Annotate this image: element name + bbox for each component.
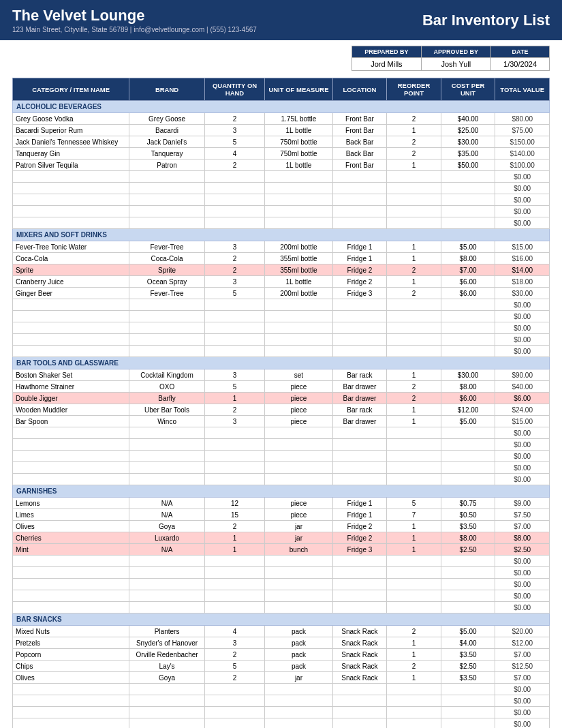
- table-row: Ginger BeerFever-Tree5200ml bottleFridge…: [13, 288, 550, 299]
- table-cell: [13, 556, 129, 567]
- table-cell: [13, 171, 129, 183]
- table-cell: Bar rack: [332, 369, 387, 381]
- category-label: ALCOHOLIC BEVERAGES: [13, 101, 550, 113]
- table-cell: $2.50: [495, 544, 550, 556]
- table-cell: [129, 183, 205, 194]
- table-cell: [204, 334, 264, 346]
- table-cell: $7.00: [495, 521, 550, 532]
- table-cell: [441, 217, 495, 229]
- table-cell: Sprite: [129, 264, 205, 276]
- table-cell: [129, 707, 205, 718]
- table-cell: 5: [204, 288, 264, 299]
- table-cell: 3: [204, 416, 264, 427]
- table-cell: [441, 590, 495, 602]
- table-cell: $0.00: [495, 346, 550, 357]
- table-cell: [332, 684, 387, 695]
- table-cell: Popcorn: [13, 649, 129, 661]
- table-cell: 1: [204, 393, 264, 404]
- table-row: $0.00: [13, 217, 550, 229]
- table-cell: [332, 451, 387, 462]
- table-cell: [265, 579, 332, 590]
- table-cell: [13, 579, 129, 590]
- table-cell: 1: [387, 276, 441, 288]
- table-cell: Snack Rack: [332, 626, 387, 637]
- table-cell: $100.00: [495, 160, 550, 171]
- table-cell: [441, 334, 495, 346]
- table-cell: Cranberry Juice: [13, 276, 129, 288]
- table-cell: 1.75L bottle: [265, 113, 332, 125]
- table-cell: [204, 206, 264, 217]
- table-cell: [387, 217, 441, 229]
- table-cell: $4.00: [441, 637, 495, 649]
- category-row: BAR SNACKS: [13, 613, 550, 626]
- table-cell: [332, 567, 387, 579]
- table-cell: [129, 556, 205, 567]
- table-cell: [332, 718, 387, 729]
- table-row: $0.00: [13, 462, 550, 474]
- table-cell: [13, 567, 129, 579]
- table-cell: [129, 171, 205, 183]
- table-cell: Grey Goose: [129, 113, 205, 125]
- table-cell: [387, 299, 441, 311]
- table-cell: [129, 695, 205, 707]
- table-row: LemonsN/A12pieceFridge 15$0.75$9.00: [13, 498, 550, 509]
- table-cell: [332, 334, 387, 346]
- table-cell: 4: [204, 626, 264, 637]
- table-cell: [265, 171, 332, 183]
- table-cell: Jack Daniel's: [129, 136, 205, 148]
- table-row: CherriesLuxardo1jarFridge 21$8.00$8.00: [13, 532, 550, 544]
- table-cell: Fridge 2: [332, 521, 387, 532]
- table-cell: [441, 311, 495, 322]
- table-row: PopcornOrville Redenbacher2packSnack Rac…: [13, 649, 550, 661]
- table-cell: [265, 334, 332, 346]
- table-row: Wooden MuddlerUber Bar Tools2pieceBar ra…: [13, 404, 550, 416]
- table-cell: 1: [387, 160, 441, 171]
- table-cell: $150.00: [495, 136, 550, 148]
- table-cell: 1: [387, 672, 441, 684]
- header-left: The Velvet Lounge 123 Main Street, Cityv…: [12, 7, 257, 33]
- table-cell: $0.00: [495, 602, 550, 613]
- table-cell: [441, 322, 495, 334]
- table-cell: 1: [387, 521, 441, 532]
- table-cell: Olives: [13, 672, 129, 684]
- table-cell: [129, 718, 205, 729]
- table-row: Coca-ColaCoca-Cola2355ml bottleFridge 11…: [13, 253, 550, 264]
- table-cell: [129, 590, 205, 602]
- table-cell: [387, 346, 441, 357]
- table-cell: Bar Spoon: [13, 416, 129, 427]
- table-cell: Grey Goose Vodka: [13, 113, 129, 125]
- table-cell: Snyder's of Hanover: [129, 637, 205, 649]
- table-cell: 1: [387, 416, 441, 427]
- table-cell: $80.00: [495, 113, 550, 125]
- table-cell: $0.00: [495, 322, 550, 334]
- meta-table: PREPARED BY APPROVED BY DATE Jord Mills …: [352, 46, 550, 71]
- table-cell: [204, 299, 264, 311]
- table-cell: Fridge 1: [332, 253, 387, 264]
- table-row: $0.00: [13, 334, 550, 346]
- table-cell: [332, 707, 387, 718]
- table-cell: Coca-Cola: [129, 253, 205, 264]
- table-cell: [265, 684, 332, 695]
- table-cell: 3: [204, 369, 264, 381]
- table-cell: [332, 427, 387, 439]
- table-cell: [129, 311, 205, 322]
- table-row: $0.00: [13, 602, 550, 613]
- table-cell: bunch: [265, 544, 332, 556]
- table-row: $0.00: [13, 183, 550, 194]
- table-cell: Bar drawer: [332, 393, 387, 404]
- table-cell: $0.00: [495, 171, 550, 183]
- table-cell: $75.00: [495, 125, 550, 136]
- table-cell: $0.00: [495, 567, 550, 579]
- table-cell: $0.00: [495, 217, 550, 229]
- table-cell: 200ml bottle: [265, 288, 332, 299]
- table-cell: Bacardi Superior Rum: [13, 125, 129, 136]
- table-cell: Double Jigger: [13, 393, 129, 404]
- table-cell: [387, 590, 441, 602]
- table-cell: [332, 171, 387, 183]
- table-row: $0.00: [13, 194, 550, 206]
- table-cell: $0.00: [495, 695, 550, 707]
- table-cell: Fever-Tree: [129, 241, 205, 253]
- table-cell: set: [265, 369, 332, 381]
- table-cell: 1: [387, 369, 441, 381]
- table-cell: [129, 602, 205, 613]
